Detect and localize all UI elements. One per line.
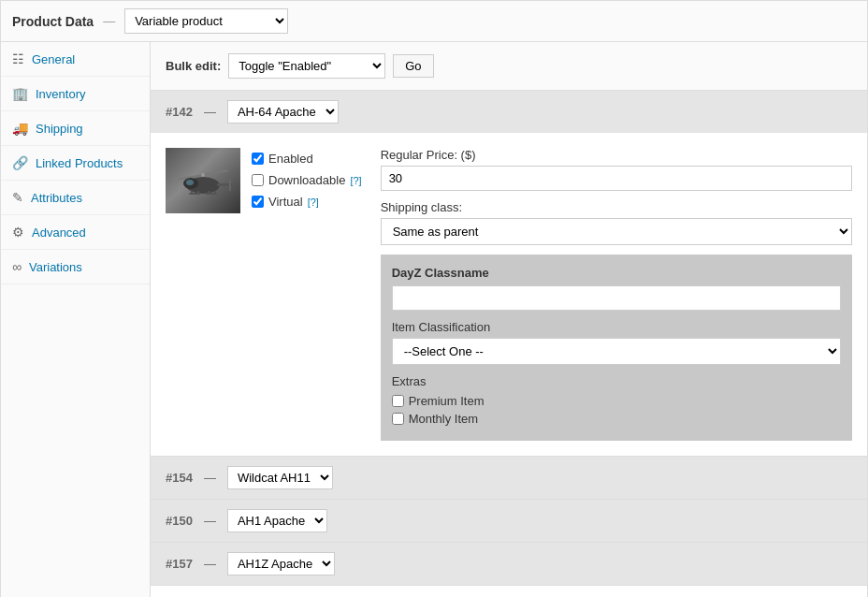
regular-price-input-142[interactable] bbox=[381, 166, 852, 191]
extras-label-142: Extras bbox=[392, 374, 841, 388]
product-data-panel: Product Data — Variable product Simple p… bbox=[0, 0, 868, 597]
regular-price-group-142: Regular Price: ($) bbox=[381, 148, 852, 191]
sidebar-item-inventory[interactable]: 🏢 Inventory bbox=[1, 77, 150, 111]
variation-header-154[interactable]: #154 — Wildcat AH11 bbox=[151, 457, 867, 499]
variation-row-142: #142 — AH-64 Apache bbox=[151, 91, 867, 457]
sidebar-item-advanced[interactable]: ⚙ Advanced bbox=[1, 215, 150, 250]
sidebar-label-advanced: Advanced bbox=[32, 226, 86, 240]
shipping-icon: 🚚 bbox=[12, 121, 28, 136]
sidebar-label-shipping: Shipping bbox=[36, 122, 83, 136]
virtual-checkbox-label-142[interactable]: Virtual [?] bbox=[252, 195, 362, 209]
linked-products-icon: 🔗 bbox=[12, 155, 28, 170]
variation-name-select-154[interactable]: Wildcat AH11 bbox=[227, 466, 333, 489]
sidebar-label-inventory: Inventory bbox=[36, 87, 85, 101]
variations-icon: ∞ bbox=[12, 259, 22, 274]
svg-rect-2 bbox=[229, 179, 231, 191]
variation-header-142[interactable]: #142 — AH-64 Apache bbox=[151, 91, 867, 133]
product-type-select[interactable]: Variable product Simple product Grouped … bbox=[124, 8, 288, 34]
sidebar-label-linked-products: Linked Products bbox=[36, 156, 123, 170]
sidebar-label-variations: Variations bbox=[29, 260, 82, 274]
sidebar-item-linked-products[interactable]: 🔗 Linked Products bbox=[1, 146, 150, 181]
bulk-edit-label: Bulk edit: bbox=[166, 59, 221, 73]
sidebar-label-general: General bbox=[32, 52, 75, 66]
variation-id-150: #150 bbox=[166, 514, 193, 528]
monthly-item-checkbox-142[interactable] bbox=[392, 413, 404, 425]
svg-rect-9 bbox=[208, 191, 210, 194]
sidebar-label-attributes: Attributes bbox=[31, 191, 82, 205]
virtual-help-link-142[interactable]: [?] bbox=[308, 197, 319, 208]
svg-point-4 bbox=[201, 173, 205, 177]
svg-rect-7 bbox=[197, 191, 199, 194]
downloadable-help-link-142[interactable]: [?] bbox=[350, 175, 361, 186]
inventory-icon: 🏢 bbox=[12, 86, 28, 101]
custom-fields-box-142: DayZ Classname Item Classification --Sel… bbox=[381, 255, 852, 441]
header-separator: — bbox=[103, 14, 115, 28]
regular-price-label-142: Regular Price: ($) bbox=[381, 148, 852, 162]
variation-name-select-142[interactable]: AH-64 Apache bbox=[227, 100, 339, 124]
bulk-edit-bar: Bulk edit: Toggle "Enabled" Toggle "Down… bbox=[151, 42, 867, 91]
variation-header-150[interactable]: #150 — AH1 Apache bbox=[151, 500, 867, 542]
variation-id-157: #157 bbox=[166, 557, 193, 571]
bulk-edit-select[interactable]: Toggle "Enabled" Toggle "Downloadable" T… bbox=[228, 53, 385, 79]
variation-row-154: #154 — Wildcat AH11 bbox=[151, 457, 867, 500]
sidebar-item-shipping[interactable]: 🚚 Shipping bbox=[1, 111, 150, 146]
svg-point-12 bbox=[186, 180, 194, 185]
variation-id-142: #142 bbox=[166, 105, 193, 119]
general-icon: ☷ bbox=[12, 51, 24, 66]
dayz-classname-input-142[interactable] bbox=[392, 285, 841, 311]
variation-id-154: #154 bbox=[166, 471, 193, 485]
variation-expanded-142: Enabled Downloadable [?] Virtual [?] bbox=[151, 133, 867, 456]
item-classification-select-142[interactable]: --Select One -- Vehicle Weapon Clothing bbox=[392, 338, 841, 365]
downloadable-checkbox-label-142[interactable]: Downloadable [?] bbox=[252, 173, 362, 187]
variation-image-142[interactable] bbox=[166, 148, 240, 213]
variation-fields-142: Regular Price: ($) Shipping class: Same … bbox=[381, 148, 852, 441]
enabled-checkbox-142[interactable] bbox=[252, 153, 264, 165]
variation-checkboxes-142: Enabled Downloadable [?] Virtual [?] bbox=[252, 148, 362, 209]
sidebar-item-attributes[interactable]: ✎ Attributes bbox=[1, 181, 150, 215]
main-content: Bulk edit: Toggle "Enabled" Toggle "Down… bbox=[151, 42, 867, 597]
variation-name-select-150[interactable]: AH1 Apache bbox=[227, 509, 327, 532]
sidebar: ☷ General 🏢 Inventory 🚚 Shipping 🔗 Linke… bbox=[1, 42, 151, 597]
advanced-icon: ⚙ bbox=[12, 225, 24, 240]
downloadable-checkbox-142[interactable] bbox=[252, 174, 264, 186]
product-data-header: Product Data — Variable product Simple p… bbox=[1, 1, 867, 42]
premium-item-checkbox-label-142[interactable]: Premium Item bbox=[392, 394, 841, 408]
variation-row-150: #150 — AH1 Apache bbox=[151, 500, 867, 543]
shipping-class-select-142[interactable]: Same as parent No shipping class bbox=[381, 218, 852, 245]
premium-item-checkbox-142[interactable] bbox=[392, 395, 404, 407]
variation-row-157: #157 — AH1Z Apache bbox=[151, 543, 867, 586]
monthly-item-checkbox-label-142[interactable]: Monthly Item bbox=[392, 412, 841, 426]
panel-title: Product Data bbox=[12, 14, 94, 29]
variation-left-142: Enabled Downloadable [?] Virtual [?] bbox=[166, 148, 362, 441]
dayz-classname-label-142: DayZ Classname bbox=[392, 266, 841, 280]
shipping-class-group-142: Shipping class: Same as parent No shippi… bbox=[381, 200, 852, 245]
extras-checkboxes-142: Premium Item Monthly Item bbox=[392, 394, 841, 426]
variation-name-select-157[interactable]: AH1Z Apache bbox=[227, 552, 335, 575]
item-classification-label-142: Item Classification bbox=[392, 320, 841, 334]
svg-rect-6 bbox=[191, 191, 193, 194]
sidebar-item-general[interactable]: ☷ General bbox=[1, 42, 150, 77]
bulk-edit-go-button[interactable]: Go bbox=[393, 54, 433, 78]
virtual-checkbox-142[interactable] bbox=[252, 196, 264, 208]
product-data-body: ☷ General 🏢 Inventory 🚚 Shipping 🔗 Linke… bbox=[1, 42, 867, 597]
variation-header-157[interactable]: #157 — AH1Z Apache bbox=[151, 543, 867, 585]
attributes-icon: ✎ bbox=[12, 190, 23, 205]
shipping-class-label-142: Shipping class: bbox=[381, 200, 852, 214]
enabled-checkbox-label-142[interactable]: Enabled bbox=[252, 152, 362, 166]
sidebar-item-variations[interactable]: ∞ Variations bbox=[1, 250, 150, 284]
svg-rect-10 bbox=[214, 191, 216, 194]
